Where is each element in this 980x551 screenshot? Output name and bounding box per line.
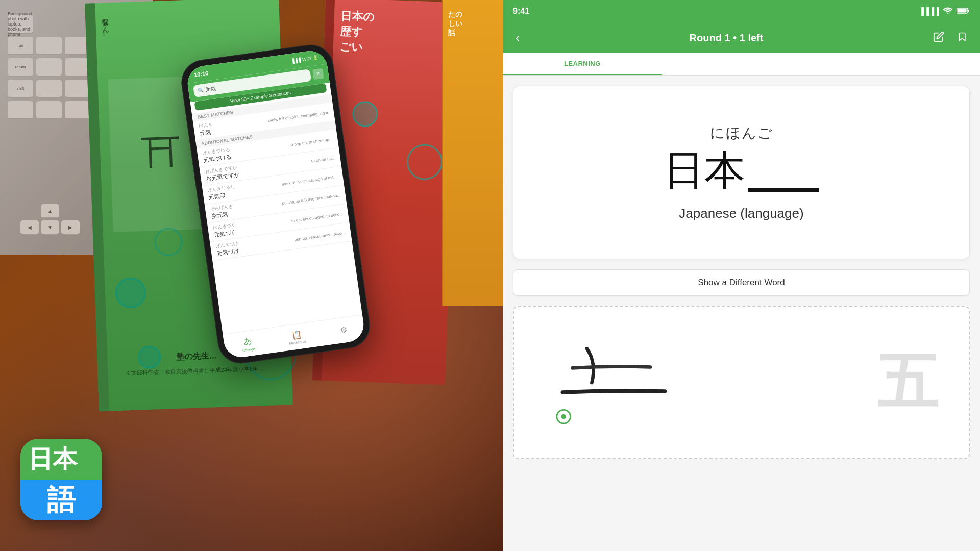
nav-actions xyxy=(930,29,970,47)
settings-icon: ⚙ xyxy=(339,324,348,335)
card-kanji: 日本 xyxy=(664,148,745,193)
status-bar: 9:41 ▐▐▐▐ xyxy=(503,0,980,22)
key-shift: shift xyxy=(8,80,33,98)
tab-bar: LEARNING xyxy=(503,53,980,76)
app-icon-kanji-bottom: 語 xyxy=(47,486,76,514)
key-x xyxy=(65,80,90,98)
key-alt xyxy=(65,101,90,119)
svg-rect-2 xyxy=(958,9,967,12)
phone-tab-settings[interactable]: ⚙ xyxy=(339,324,348,336)
app-icon[interactable]: 日本 語 xyxy=(20,439,102,520)
tab-flashcards-label: Flashcards xyxy=(289,339,307,345)
card-blank xyxy=(748,148,819,196)
bookmark-button[interactable] xyxy=(954,29,970,47)
svg-rect-1 xyxy=(968,10,969,12)
flash-card[interactable]: にほんご 日本 Japanese (language) xyxy=(513,86,970,259)
key-spacer xyxy=(36,15,62,34)
key-left: ◀ xyxy=(20,220,39,235)
nav-bar: ‹ Round 1 • 1 left xyxy=(503,22,980,53)
key-z xyxy=(36,80,62,98)
phone-tab-flashcards[interactable]: 📋 Flashcards xyxy=(287,329,307,345)
search-query: 元気 xyxy=(205,85,216,93)
edit-button[interactable] xyxy=(930,29,947,47)
key-q xyxy=(36,37,62,55)
tab-change-label: Change xyxy=(242,347,255,352)
key-fn xyxy=(8,101,33,119)
wifi-icon xyxy=(943,7,952,16)
key-tab: tab xyxy=(8,37,33,55)
svg-point-4 xyxy=(561,414,566,419)
card-reading: にほんご xyxy=(710,123,773,143)
phone-time: 10:16 xyxy=(193,70,209,78)
teal-circle-red-1 xyxy=(352,101,378,128)
key-down: ▼ xyxy=(41,220,59,235)
back-button[interactable]: ‹ xyxy=(513,28,522,47)
main-content: にほんご 日本 Japanese (language) Show a Diffe… xyxy=(503,76,980,551)
phone-status-icons: ▐▐▐ WiFi 🔋 xyxy=(290,55,318,64)
phone-tab-change[interactable]: あ Change xyxy=(240,335,255,352)
status-time: 9:41 xyxy=(513,7,529,16)
key-a xyxy=(36,58,62,77)
orange-book: たのしい話 xyxy=(442,0,503,306)
writing-practice-area[interactable]: 五 xyxy=(513,306,970,459)
status-icons: ▐▐▐▐ xyxy=(919,7,970,16)
teal-circle-6 xyxy=(154,227,183,256)
handwriting-svg xyxy=(514,307,969,458)
app-icon-top: 日本 xyxy=(20,439,102,480)
key-return: return xyxy=(8,58,33,77)
phone-search-clear[interactable]: ✕ xyxy=(312,68,324,80)
show-different-word-btn[interactable]: Show a Different Word xyxy=(513,269,970,296)
flashcards-icon: 📋 xyxy=(291,329,302,340)
tab-2[interactable] xyxy=(662,53,821,75)
app-icon-kanji-top: 日本 xyxy=(28,447,77,471)
key-right: ▶ xyxy=(61,220,80,235)
nav-title: Round 1 • 1 left xyxy=(530,32,923,44)
tab-3[interactable] xyxy=(821,53,980,75)
change-icon: あ xyxy=(243,336,253,347)
key-delete: Background photo with laptop, books, and… xyxy=(8,15,33,34)
left-panel: Background photo with laptop, books, and… xyxy=(0,0,503,551)
tab-learning[interactable]: LEARNING xyxy=(503,53,662,75)
right-panel: 9:41 ▐▐▐▐ ‹ Round 1 • 1 left xyxy=(503,0,980,551)
card-meaning: Japanese (language) xyxy=(679,206,803,221)
show-different-word-label: Show a Different Word xyxy=(698,278,785,288)
app-icon-bottom: 語 xyxy=(20,480,102,520)
signal-icon: ▐▐▐▐ xyxy=(919,7,939,15)
teal-circle-red-2 xyxy=(406,143,443,180)
key-up: ▲ xyxy=(41,204,59,218)
teal-circle-1 xyxy=(115,277,146,309)
battery-icon xyxy=(957,7,970,16)
key-ctrl xyxy=(36,101,62,119)
